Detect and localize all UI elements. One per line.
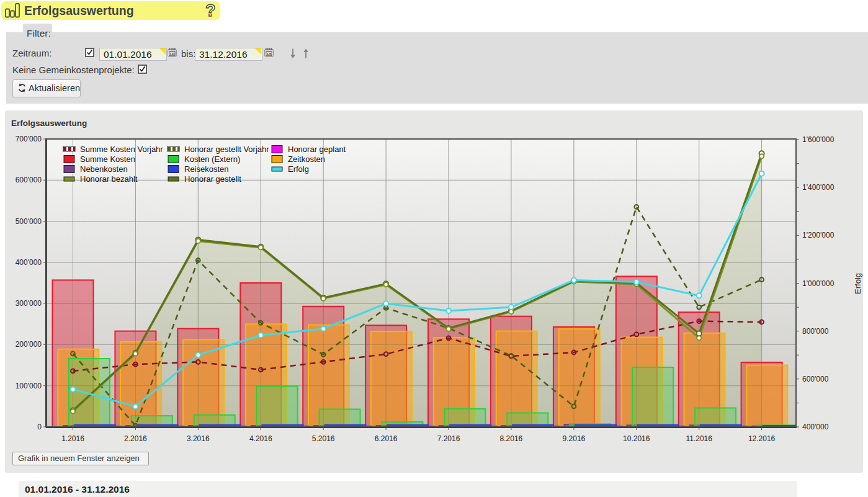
svg-text:6.2016: 6.2016: [375, 434, 398, 443]
svg-text:0: 0: [37, 423, 42, 431]
svg-text:200'000: 200'000: [16, 340, 42, 349]
svg-text:1'200'000: 1'200'000: [802, 231, 834, 240]
svg-text:10.2016: 10.2016: [623, 434, 650, 443]
svg-text:800'000: 800'000: [802, 327, 829, 336]
svg-text:500'000: 500'000: [16, 217, 42, 226]
svg-text:12.2016: 12.2016: [748, 434, 776, 443]
svg-text:Zeitkosten: Zeitkosten: [288, 154, 325, 164]
svg-text:400'000: 400'000: [16, 258, 42, 267]
svg-text:300'000: 300'000: [16, 299, 42, 308]
svg-text:Erfolg: Erfolg: [853, 273, 862, 294]
svg-text:Erfolg: Erfolg: [288, 164, 309, 174]
svg-text:Honorar gestellt: Honorar gestellt: [184, 174, 241, 184]
svg-text:Summe Kosten Vorjahr: Summe Kosten Vorjahr: [80, 145, 163, 154]
svg-text:9.2016: 9.2016: [563, 434, 586, 443]
svg-text:600'000: 600'000: [802, 375, 829, 383]
svg-text:Nebenkosten: Nebenkosten: [80, 164, 128, 174]
svg-text:7.2016: 7.2016: [437, 434, 460, 443]
svg-text:1.2016: 1.2016: [61, 434, 84, 443]
svg-text:Kosten (Extern): Kosten (Extern): [184, 154, 240, 164]
svg-text:4.2016: 4.2016: [249, 434, 272, 443]
svg-text:11.2016: 11.2016: [686, 434, 712, 443]
svg-text:1'400'000: 1'400'000: [802, 183, 834, 192]
svg-text:700'000: 700'000: [16, 135, 42, 143]
svg-text:Reisekosten: Reisekosten: [184, 164, 229, 174]
svg-text:8.2016: 8.2016: [500, 434, 523, 443]
svg-text:100'000: 100'000: [16, 382, 42, 390]
svg-text:1'600'000: 1'600'000: [802, 135, 834, 144]
svg-text:400'000: 400'000: [802, 423, 829, 431]
svg-text:2.2016: 2.2016: [124, 434, 147, 443]
svg-text:Honorar gestellt Vorjahr: Honorar gestellt Vorjahr: [184, 145, 269, 154]
svg-text:1'000'000: 1'000'000: [802, 279, 834, 288]
svg-text:3.2016: 3.2016: [187, 434, 210, 443]
svg-text:Honorar geplant: Honorar geplant: [288, 145, 346, 154]
svg-text:600'000: 600'000: [16, 176, 42, 184]
svg-text:Summe Kosten: Summe Kosten: [80, 154, 135, 164]
svg-text:Honorar bezahlt: Honorar bezahlt: [80, 174, 138, 184]
svg-text:5.2016: 5.2016: [312, 434, 335, 443]
